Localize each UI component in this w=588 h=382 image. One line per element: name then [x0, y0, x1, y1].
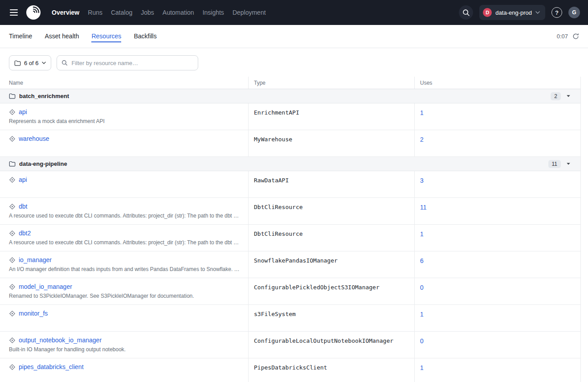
nav-right: D data-eng-prod ? G — [459, 5, 580, 20]
resource-description: Renamed to S3PickleIOManager. See S3Pick… — [9, 293, 241, 299]
resource-name-line: dbt — [9, 203, 241, 210]
nav-item-overview[interactable]: Overview — [52, 9, 79, 16]
table-row: warehouseMyWarehouse2 — [0, 130, 580, 157]
resource-description: A resource used to execute dbt CLI comma… — [9, 213, 241, 219]
uses-count-link[interactable]: 0 — [420, 284, 424, 291]
group-count-badge: 2 — [551, 92, 561, 100]
uses-cell: 1 — [414, 225, 580, 251]
uses-count-link[interactable]: 1 — [420, 109, 424, 116]
table-row: apiRawDataAPI3 — [0, 171, 580, 198]
uses-cell: 0 — [414, 278, 580, 304]
tab-timeline[interactable]: Timeline — [9, 31, 32, 42]
column-header-name: Name — [0, 77, 248, 89]
uses-cell: 2 — [414, 130, 580, 156]
nav-item-catalog[interactable]: Catalog — [111, 9, 132, 16]
nav-item-runs[interactable]: Runs — [88, 9, 102, 16]
resource-type: RawDataAPI — [248, 171, 414, 197]
resource-name-link[interactable]: dbt — [19, 203, 27, 210]
chevron-down-icon[interactable] — [566, 94, 571, 98]
tab-resources[interactable]: Resources — [91, 31, 121, 42]
uses-count-link[interactable]: 0 — [420, 337, 424, 345]
resource-name-link[interactable]: api — [19, 108, 27, 115]
table-row: dbtA resource used to execute dbt CLI co… — [0, 198, 580, 225]
tab-asset-health[interactable]: Asset health — [45, 31, 79, 42]
name-cell: pipes_databricks_client — [0, 358, 248, 382]
name-cell: output_notebook_io_managerBuilt-in IO Ma… — [0, 332, 248, 358]
dagster-logo-icon[interactable] — [26, 5, 41, 20]
resource-group-header-data-eng-pipeline[interactable]: data-eng-pipeline11 — [0, 157, 580, 171]
resource-filter-input[interactable] — [71, 59, 193, 67]
nav-item-jobs[interactable]: Jobs — [141, 9, 154, 16]
resource-description: An I/O manager definition that reads inp… — [9, 266, 241, 272]
resource-name-line: output_notebook_io_manager — [9, 337, 241, 344]
filter-bar: 6 of 6 — [0, 48, 588, 77]
name-cell: apiRepresents a mock data enrichment API — [0, 103, 248, 130]
refresh-icon[interactable] — [572, 33, 579, 40]
name-cell: api — [0, 171, 248, 197]
uses-count-link[interactable]: 3 — [420, 177, 424, 184]
resource-group-header-batch-enrichment[interactable]: batch_enrichment2 — [0, 89, 580, 103]
uses-count-link[interactable]: 2 — [420, 136, 424, 143]
nav-item-automation[interactable]: Automation — [163, 9, 194, 16]
resource-name-link[interactable]: warehouse — [19, 135, 49, 142]
resource-name-line: api — [9, 108, 241, 115]
resource-type: PipesDatabricksClient — [248, 358, 414, 382]
resource-name-line: dbt2 — [9, 230, 241, 237]
uses-cell: 1 — [414, 103, 580, 130]
resource-type: DbtCliResource — [248, 198, 414, 224]
uses-count-link[interactable]: 1 — [420, 311, 424, 318]
resource-name-link[interactable]: io_manager — [19, 256, 52, 263]
group-header-left: data-eng-pipeline — [9, 160, 67, 167]
resource-type: DbtCliResource — [248, 225, 414, 251]
help-icon[interactable]: ? — [551, 7, 562, 18]
group-count-label: 6 of 6 — [24, 60, 39, 66]
uses-count-link[interactable]: 11 — [420, 204, 427, 211]
table-row: io_managerAn I/O manager definition that… — [0, 251, 580, 278]
search-icon — [61, 60, 68, 66]
resource-name-line: monitor_fs — [9, 310, 241, 317]
table-row: apiRepresents a mock data enrichment API… — [0, 103, 580, 130]
resources-table: NameTypeUses batch_enrichment2apiReprese… — [0, 77, 581, 382]
resource-icon — [9, 283, 16, 290]
deployment-initial-badge: D — [483, 8, 492, 17]
uses-cell: 1 — [414, 358, 580, 382]
uses-count-link[interactable]: 1 — [420, 230, 424, 238]
table-header-row: NameTypeUses — [0, 77, 580, 89]
resource-name-line: model_io_manager — [9, 283, 241, 290]
search-icon[interactable] — [459, 5, 473, 20]
resource-name-link[interactable]: model_io_manager — [19, 283, 72, 290]
avatar[interactable]: G — [568, 7, 580, 18]
resource-name-link[interactable]: api — [19, 176, 27, 183]
menu-icon[interactable] — [8, 6, 20, 19]
uses-cell: 3 — [414, 171, 580, 197]
tab-backfills[interactable]: Backfills — [134, 31, 156, 42]
resource-name-link[interactable]: pipes_databricks_client — [19, 363, 84, 370]
table-row: monitor_fss3FileSystem1 — [0, 305, 580, 332]
resource-name-link[interactable]: monitor_fs — [19, 310, 48, 317]
refresh-timer: 0:07 — [557, 33, 568, 40]
resource-description: A resource used to execute dbt CLI comma… — [9, 239, 241, 246]
uses-count-link[interactable]: 6 — [420, 257, 424, 264]
resource-icon — [9, 337, 16, 344]
deployment-switcher[interactable]: D data-eng-prod — [479, 5, 545, 20]
resource-icon — [9, 230, 16, 237]
folder-icon — [9, 161, 16, 167]
chevron-down-icon[interactable] — [566, 162, 571, 165]
name-cell: warehouse — [0, 130, 248, 156]
uses-count-link[interactable]: 1 — [420, 364, 424, 371]
group-count-badge: 11 — [548, 160, 561, 168]
uses-cell: 11 — [414, 198, 580, 224]
resource-icon — [9, 109, 16, 115]
resource-type: MyWarehouse — [248, 130, 414, 156]
resource-name-link[interactable]: output_notebook_io_manager — [19, 337, 102, 344]
nav-item-deployment[interactable]: Deployment — [233, 9, 266, 16]
resource-name-link[interactable]: dbt2 — [19, 230, 31, 237]
nav-item-insights[interactable]: Insights — [203, 9, 224, 16]
resource-icon — [9, 136, 16, 142]
chevron-down-icon — [535, 11, 540, 14]
name-cell: dbtA resource used to execute dbt CLI co… — [0, 198, 248, 224]
resource-type: SnowflakePandasIOManager — [248, 251, 414, 278]
group-count-dropdown[interactable]: 6 of 6 — [9, 55, 51, 70]
resource-description: Represents a mock data enrichment API — [9, 118, 241, 124]
resource-icon — [9, 203, 16, 210]
